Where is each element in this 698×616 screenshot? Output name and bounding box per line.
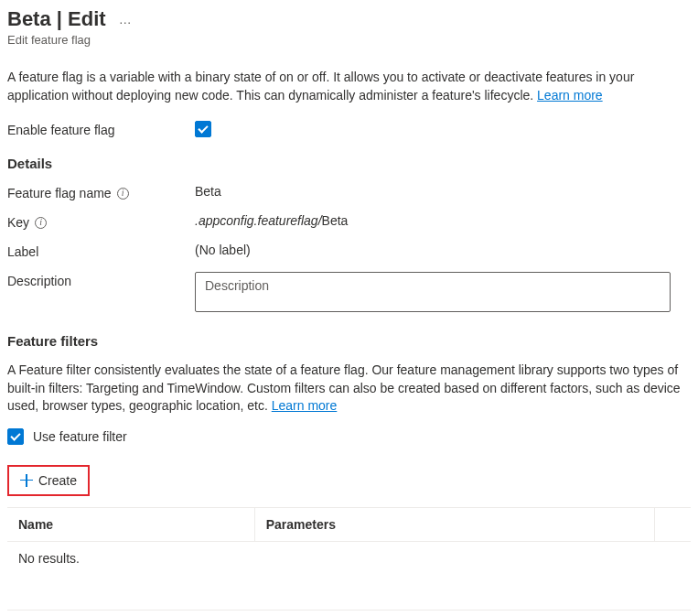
key-label: Key	[7, 215, 29, 230]
filters-learn-more-link[interactable]: Learn more	[272, 398, 338, 413]
key-name: Beta	[322, 213, 349, 228]
more-button[interactable]: …	[115, 12, 136, 27]
page-title: Beta | Edit	[7, 7, 106, 31]
use-filter-checkbox[interactable]	[7, 428, 24, 445]
page-subtitle: Edit feature flag	[7, 33, 691, 47]
plus-icon	[20, 474, 33, 487]
filters-table: Name Parameters No results.	[7, 507, 691, 575]
create-label: Create	[38, 473, 77, 488]
use-filter-label: Use feature filter	[33, 429, 127, 444]
flag-name-value: Beta	[195, 184, 691, 199]
table-row: No results.	[7, 541, 691, 575]
enable-flag-checkbox[interactable]	[195, 121, 211, 137]
flag-name-label: Feature flag name	[7, 186, 112, 200]
col-actions	[654, 507, 691, 541]
description-label: Description	[7, 272, 195, 288]
info-icon[interactable]: i	[35, 217, 47, 229]
col-name[interactable]: Name	[7, 507, 254, 541]
filters-intro: A Feature filter consistently evaluates …	[7, 362, 691, 416]
details-heading: Details	[7, 156, 691, 171]
intro-learn-more-link[interactable]: Learn more	[537, 88, 603, 103]
key-prefix: .appconfig.featureflag/	[195, 213, 322, 228]
enable-flag-label: Enable feature flag	[7, 121, 195, 137]
empty-text: No results.	[7, 541, 691, 575]
filters-heading: Feature filters	[7, 333, 691, 349]
info-icon[interactable]: i	[117, 188, 129, 200]
create-button[interactable]: Create	[7, 465, 90, 496]
key-value: .appconfig.featureflag/Beta	[195, 213, 691, 228]
col-params[interactable]: Parameters	[254, 507, 654, 541]
filters-body: A Feature filter consistently evaluates …	[7, 362, 681, 413]
description-input[interactable]	[195, 272, 671, 312]
intro-text: A feature flag is a variable with a bina…	[7, 69, 691, 104]
label-label: Label	[7, 243, 195, 259]
label-value: (No label)	[195, 243, 691, 257]
